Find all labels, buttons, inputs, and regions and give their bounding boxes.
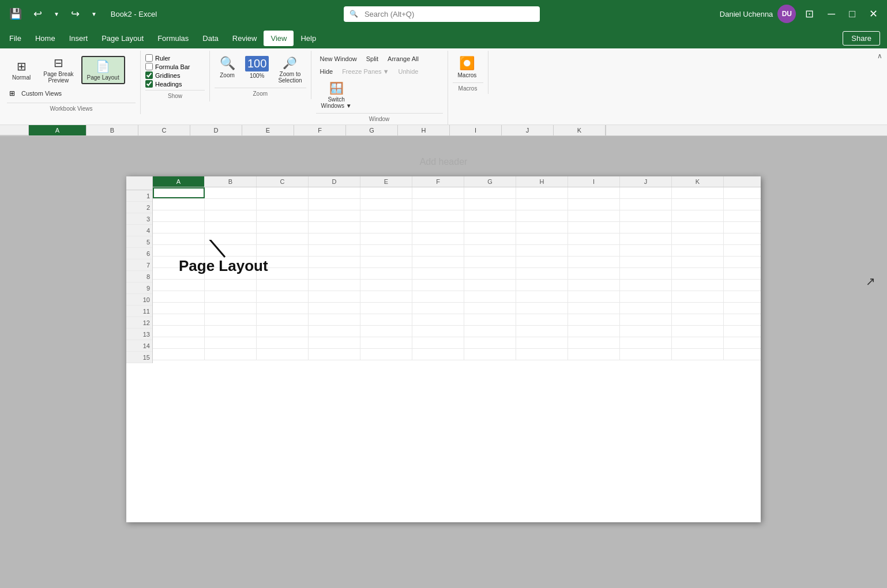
page-cell-H8[interactable] <box>516 268 568 279</box>
page-cell-C4[interactable] <box>257 222 309 233</box>
page-cell-C15[interactable] <box>257 349 309 360</box>
page-cell-D14[interactable] <box>309 337 360 348</box>
menu-home[interactable]: Home <box>28 31 62 46</box>
switch-windows-button[interactable]: 🪟 SwitchWindows ▼ <box>316 78 357 112</box>
page-cell-H5[interactable] <box>516 233 568 244</box>
page-cell-B3[interactable] <box>205 210 257 221</box>
page-cell-G13[interactable] <box>464 326 516 337</box>
page-cell-J2[interactable] <box>620 199 672 210</box>
page-cell-G6[interactable] <box>464 245 516 256</box>
page-cell-C14[interactable] <box>257 337 309 348</box>
page-cell-E12[interactable] <box>360 314 412 325</box>
page-cell-I6[interactable] <box>568 245 620 256</box>
page-cell-K14[interactable] <box>672 337 724 348</box>
col-header-E[interactable]: E <box>242 125 294 135</box>
page-cell-K5[interactable] <box>672 233 724 244</box>
close-button[interactable]: ✕ <box>865 5 882 22</box>
quick-access-dropdown[interactable]: ▼ <box>87 9 102 20</box>
page-cell-H2[interactable] <box>516 199 568 210</box>
page-cell-A11[interactable] <box>153 303 205 314</box>
page-cell-H6[interactable] <box>516 245 568 256</box>
page-cell-H7[interactable] <box>516 257 568 267</box>
page-break-preview-button[interactable]: ⊟ Page Break Preview <box>38 53 78 86</box>
page-cell-H15[interactable] <box>516 349 568 360</box>
col-header-C[interactable]: C <box>138 125 190 135</box>
page-cell-C7[interactable] <box>257 257 309 267</box>
page-cell-I1[interactable] <box>568 187 620 198</box>
page-cell-K6[interactable] <box>672 245 724 256</box>
page-cell-D2[interactable] <box>309 199 360 210</box>
page-cell-B7[interactable] <box>205 257 257 267</box>
page-cell-I2[interactable] <box>568 199 620 210</box>
page-cell-G11[interactable] <box>464 303 516 314</box>
page-cell-F10[interactable] <box>412 291 464 302</box>
share-button[interactable]: Share <box>843 31 880 46</box>
formula-bar-checkbox[interactable] <box>145 63 153 70</box>
page-cell-J1[interactable] <box>620 187 672 198</box>
page-cell-K12[interactable] <box>672 314 724 325</box>
page-cell-D13[interactable] <box>309 326 360 337</box>
zoom100-button[interactable]: 100 100% <box>241 53 273 82</box>
page-cell-H3[interactable] <box>516 210 568 221</box>
macros-button[interactable]: ⏺️ Macros <box>453 53 482 81</box>
split-button[interactable]: Split <box>362 53 382 65</box>
page-cell-K4[interactable] <box>672 222 724 233</box>
page-cell-A13[interactable] <box>153 326 205 337</box>
page-cell-E8[interactable] <box>360 268 412 279</box>
page-cell-J10[interactable] <box>620 291 672 302</box>
menu-page-layout[interactable]: Page Layout <box>95 31 151 46</box>
ribbon-collapse-button[interactable]: ∧ <box>875 51 885 61</box>
page-cell-F11[interactable] <box>412 303 464 314</box>
page-cell-G9[interactable] <box>464 280 516 291</box>
page-cell-F14[interactable] <box>412 337 464 348</box>
page-cell-F13[interactable] <box>412 326 464 337</box>
page-cell-C13[interactable] <box>257 326 309 337</box>
page-cell-C1[interactable] <box>257 187 309 198</box>
page-cell-E6[interactable] <box>360 245 412 256</box>
page-cell-K10[interactable] <box>672 291 724 302</box>
page-cell-E3[interactable] <box>360 210 412 221</box>
page-cell-A9[interactable] <box>153 280 205 291</box>
page-cell-E4[interactable] <box>360 222 412 233</box>
page-cell-I12[interactable] <box>568 314 620 325</box>
page-cell-I9[interactable] <box>568 280 620 291</box>
undo-button[interactable]: ↩ <box>29 5 47 22</box>
zoom-button[interactable]: 🔍 Zoom <box>215 53 240 81</box>
page-cell-C8[interactable] <box>257 268 309 279</box>
ribbon-display-options-button[interactable]: ⊡ <box>800 5 818 22</box>
page-col-h-G[interactable]: G <box>464 176 516 187</box>
col-header-J[interactable]: J <box>502 125 554 135</box>
page-cell-C3[interactable] <box>257 210 309 221</box>
formula-bar-check[interactable]: Formula Bar <box>145 63 190 70</box>
page-cell-H4[interactable] <box>516 222 568 233</box>
page-cell-G2[interactable] <box>464 199 516 210</box>
page-cell-D5[interactable] <box>309 233 360 244</box>
page-layout-view-button[interactable]: 📄 Page Layout <box>81 56 125 84</box>
page-cell-A15[interactable] <box>153 349 205 360</box>
page-cell-G8[interactable] <box>464 268 516 279</box>
page-cell-K11[interactable] <box>672 303 724 314</box>
page-cell-J7[interactable] <box>620 257 672 267</box>
page-cell-A5[interactable] <box>153 233 205 244</box>
page-cell-B2[interactable] <box>205 199 257 210</box>
menu-view[interactable]: View <box>264 31 294 46</box>
page-cell-B8[interactable] <box>205 268 257 279</box>
page-cell-E9[interactable] <box>360 280 412 291</box>
page-header-area[interactable]: Add header <box>109 148 778 176</box>
page-cell-F4[interactable] <box>412 222 464 233</box>
page-cell-J5[interactable] <box>620 233 672 244</box>
page-cell-C2[interactable] <box>257 199 309 210</box>
page-cell-B11[interactable] <box>205 303 257 314</box>
page-cell-B1[interactable] <box>205 187 257 198</box>
page-cell-B15[interactable] <box>205 349 257 360</box>
page-col-h-F[interactable]: F <box>412 176 464 187</box>
page-cell-J15[interactable] <box>620 349 672 360</box>
page-cell-F15[interactable] <box>412 349 464 360</box>
page-cell-J4[interactable] <box>620 222 672 233</box>
page-cell-F2[interactable] <box>412 199 464 210</box>
page-cell-G15[interactable] <box>464 349 516 360</box>
new-window-button[interactable]: New Window <box>316 53 361 65</box>
minimize-button[interactable]: ─ <box>823 6 840 22</box>
page-col-h-B[interactable]: B <box>205 176 257 187</box>
unhide-button[interactable]: Unhide <box>394 66 423 77</box>
